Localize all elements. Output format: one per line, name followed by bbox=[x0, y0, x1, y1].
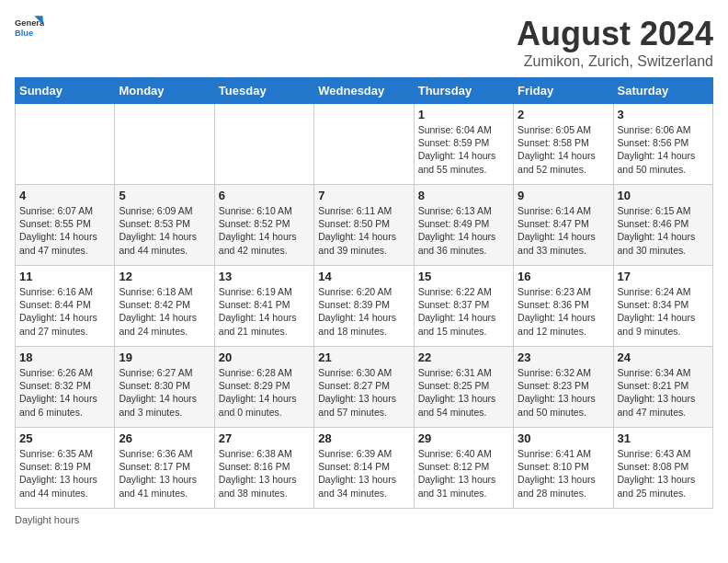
day-header-sunday: Sunday bbox=[16, 78, 115, 104]
day-header-tuesday: Tuesday bbox=[214, 78, 313, 104]
day-number: 14 bbox=[318, 270, 409, 283]
logo: General Blue bbox=[15, 15, 44, 40]
calendar-cell: 11Sunrise: 6:16 AMSunset: 8:44 PMDayligh… bbox=[16, 266, 115, 347]
day-info: Sunrise: 6:15 AMSunset: 8:46 PMDaylight:… bbox=[618, 204, 709, 257]
day-info: Sunrise: 6:26 AMSunset: 8:32 PMDaylight:… bbox=[19, 366, 110, 419]
day-info: Sunrise: 6:13 AMSunset: 8:49 PMDaylight:… bbox=[418, 204, 509, 257]
day-number: 25 bbox=[19, 431, 110, 445]
calendar-cell: 26Sunrise: 6:36 AMSunset: 8:17 PMDayligh… bbox=[115, 428, 214, 509]
logo-icon: General Blue bbox=[15, 15, 44, 40]
day-number: 22 bbox=[418, 350, 509, 364]
calendar-cell: 16Sunrise: 6:23 AMSunset: 8:36 PMDayligh… bbox=[514, 266, 613, 347]
day-info: Sunrise: 6:07 AMSunset: 8:55 PMDaylight:… bbox=[19, 204, 110, 257]
day-number: 15 bbox=[418, 270, 509, 283]
day-number: 5 bbox=[119, 189, 210, 202]
day-info: Sunrise: 6:05 AMSunset: 8:58 PMDaylight:… bbox=[518, 123, 609, 176]
calendar-cell: 28Sunrise: 6:39 AMSunset: 8:14 PMDayligh… bbox=[314, 428, 414, 509]
calendar-cell bbox=[115, 104, 214, 185]
calendar-cell: 22Sunrise: 6:31 AMSunset: 8:25 PMDayligh… bbox=[414, 347, 513, 428]
calendar-cell: 8Sunrise: 6:13 AMSunset: 8:49 PMDaylight… bbox=[414, 185, 513, 266]
day-info: Sunrise: 6:28 AMSunset: 8:29 PMDaylight:… bbox=[219, 366, 310, 419]
calendar-week-1: 1Sunrise: 6:04 AMSunset: 8:59 PMDaylight… bbox=[16, 104, 713, 185]
day-info: Sunrise: 6:20 AMSunset: 8:39 PMDaylight:… bbox=[318, 285, 409, 338]
day-number: 2 bbox=[518, 108, 609, 121]
day-info: Sunrise: 6:09 AMSunset: 8:53 PMDaylight:… bbox=[119, 204, 210, 257]
calendar-header-row: SundayMondayTuesdayWednesdayThursdayFrid… bbox=[16, 78, 713, 104]
day-info: Sunrise: 6:30 AMSunset: 8:27 PMDaylight:… bbox=[318, 366, 409, 419]
calendar-table: SundayMondayTuesdayWednesdayThursdayFrid… bbox=[15, 77, 713, 509]
day-number: 27 bbox=[219, 431, 310, 445]
day-info: Sunrise: 6:38 AMSunset: 8:16 PMDaylight:… bbox=[219, 447, 310, 500]
day-info: Sunrise: 6:36 AMSunset: 8:17 PMDaylight:… bbox=[119, 447, 210, 500]
day-info: Sunrise: 6:23 AMSunset: 8:36 PMDaylight:… bbox=[518, 285, 609, 338]
calendar-cell: 31Sunrise: 6:43 AMSunset: 8:08 PMDayligh… bbox=[613, 428, 712, 509]
day-info: Sunrise: 6:32 AMSunset: 8:23 PMDaylight:… bbox=[518, 366, 609, 419]
day-header-saturday: Saturday bbox=[613, 78, 712, 104]
svg-text:Blue: Blue bbox=[15, 29, 33, 38]
calendar-cell: 1Sunrise: 6:04 AMSunset: 8:59 PMDaylight… bbox=[414, 104, 513, 185]
calendar-week-4: 18Sunrise: 6:26 AMSunset: 8:32 PMDayligh… bbox=[16, 347, 713, 428]
day-number: 9 bbox=[518, 189, 609, 202]
day-info: Sunrise: 6:27 AMSunset: 8:30 PMDaylight:… bbox=[119, 366, 210, 419]
calendar-cell: 17Sunrise: 6:24 AMSunset: 8:34 PMDayligh… bbox=[613, 266, 712, 347]
day-info: Sunrise: 6:06 AMSunset: 8:56 PMDaylight:… bbox=[618, 123, 709, 176]
page-title: August 2024 bbox=[517, 15, 713, 53]
day-number: 3 bbox=[618, 108, 709, 121]
calendar-cell: 7Sunrise: 6:11 AMSunset: 8:50 PMDaylight… bbox=[314, 185, 414, 266]
day-number: 4 bbox=[19, 189, 110, 202]
footer-note: Daylight hours bbox=[15, 514, 713, 525]
day-number: 31 bbox=[618, 431, 709, 445]
day-number: 19 bbox=[119, 350, 210, 364]
day-info: Sunrise: 6:11 AMSunset: 8:50 PMDaylight:… bbox=[318, 204, 409, 257]
day-number: 28 bbox=[318, 431, 409, 445]
day-number: 21 bbox=[318, 350, 409, 364]
calendar-cell: 25Sunrise: 6:35 AMSunset: 8:19 PMDayligh… bbox=[16, 428, 115, 509]
page-subtitle: Zumikon, Zurich, Switzerland bbox=[517, 53, 713, 70]
calendar-cell: 20Sunrise: 6:28 AMSunset: 8:29 PMDayligh… bbox=[214, 347, 313, 428]
calendar-cell: 5Sunrise: 6:09 AMSunset: 8:53 PMDaylight… bbox=[115, 185, 214, 266]
day-number: 17 bbox=[618, 270, 709, 283]
calendar-week-5: 25Sunrise: 6:35 AMSunset: 8:19 PMDayligh… bbox=[16, 428, 713, 509]
calendar-cell: 23Sunrise: 6:32 AMSunset: 8:23 PMDayligh… bbox=[514, 347, 613, 428]
calendar-cell: 30Sunrise: 6:41 AMSunset: 8:10 PMDayligh… bbox=[514, 428, 613, 509]
day-number: 1 bbox=[418, 108, 509, 121]
day-info: Sunrise: 6:16 AMSunset: 8:44 PMDaylight:… bbox=[19, 285, 110, 338]
day-info: Sunrise: 6:41 AMSunset: 8:10 PMDaylight:… bbox=[518, 447, 609, 500]
day-header-monday: Monday bbox=[115, 78, 214, 104]
day-info: Sunrise: 6:18 AMSunset: 8:42 PMDaylight:… bbox=[119, 285, 210, 338]
calendar-week-2: 4Sunrise: 6:07 AMSunset: 8:55 PMDaylight… bbox=[16, 185, 713, 266]
day-number: 26 bbox=[119, 431, 210, 445]
day-info: Sunrise: 6:24 AMSunset: 8:34 PMDaylight:… bbox=[618, 285, 709, 338]
calendar-cell: 29Sunrise: 6:40 AMSunset: 8:12 PMDayligh… bbox=[414, 428, 513, 509]
day-info: Sunrise: 6:31 AMSunset: 8:25 PMDaylight:… bbox=[418, 366, 509, 419]
calendar-cell: 12Sunrise: 6:18 AMSunset: 8:42 PMDayligh… bbox=[115, 266, 214, 347]
title-block: August 2024 Zumikon, Zurich, Switzerland bbox=[517, 15, 713, 70]
calendar-cell: 21Sunrise: 6:30 AMSunset: 8:27 PMDayligh… bbox=[314, 347, 414, 428]
day-number: 12 bbox=[119, 270, 210, 283]
day-header-thursday: Thursday bbox=[414, 78, 513, 104]
day-header-friday: Friday bbox=[514, 78, 613, 104]
day-number: 30 bbox=[518, 431, 609, 445]
day-info: Sunrise: 6:43 AMSunset: 8:08 PMDaylight:… bbox=[618, 447, 709, 500]
calendar-cell: 19Sunrise: 6:27 AMSunset: 8:30 PMDayligh… bbox=[115, 347, 214, 428]
calendar-cell: 13Sunrise: 6:19 AMSunset: 8:41 PMDayligh… bbox=[214, 266, 313, 347]
calendar-cell: 3Sunrise: 6:06 AMSunset: 8:56 PMDaylight… bbox=[613, 104, 712, 185]
day-number: 6 bbox=[219, 189, 310, 202]
calendar-week-3: 11Sunrise: 6:16 AMSunset: 8:44 PMDayligh… bbox=[16, 266, 713, 347]
calendar-cell bbox=[214, 104, 313, 185]
day-info: Sunrise: 6:35 AMSunset: 8:19 PMDaylight:… bbox=[19, 447, 110, 500]
day-number: 29 bbox=[418, 431, 509, 445]
day-number: 10 bbox=[618, 189, 709, 202]
calendar-cell: 15Sunrise: 6:22 AMSunset: 8:37 PMDayligh… bbox=[414, 266, 513, 347]
day-info: Sunrise: 6:14 AMSunset: 8:47 PMDaylight:… bbox=[518, 204, 609, 257]
day-number: 18 bbox=[19, 350, 110, 364]
day-info: Sunrise: 6:10 AMSunset: 8:52 PMDaylight:… bbox=[219, 204, 310, 257]
day-number: 24 bbox=[618, 350, 709, 364]
day-number: 23 bbox=[518, 350, 609, 364]
day-number: 11 bbox=[19, 270, 110, 283]
calendar-cell bbox=[16, 104, 115, 185]
day-header-wednesday: Wednesday bbox=[314, 78, 414, 104]
calendar-cell: 2Sunrise: 6:05 AMSunset: 8:58 PMDaylight… bbox=[514, 104, 613, 185]
calendar-cell: 10Sunrise: 6:15 AMSunset: 8:46 PMDayligh… bbox=[613, 185, 712, 266]
day-info: Sunrise: 6:19 AMSunset: 8:41 PMDaylight:… bbox=[219, 285, 310, 338]
